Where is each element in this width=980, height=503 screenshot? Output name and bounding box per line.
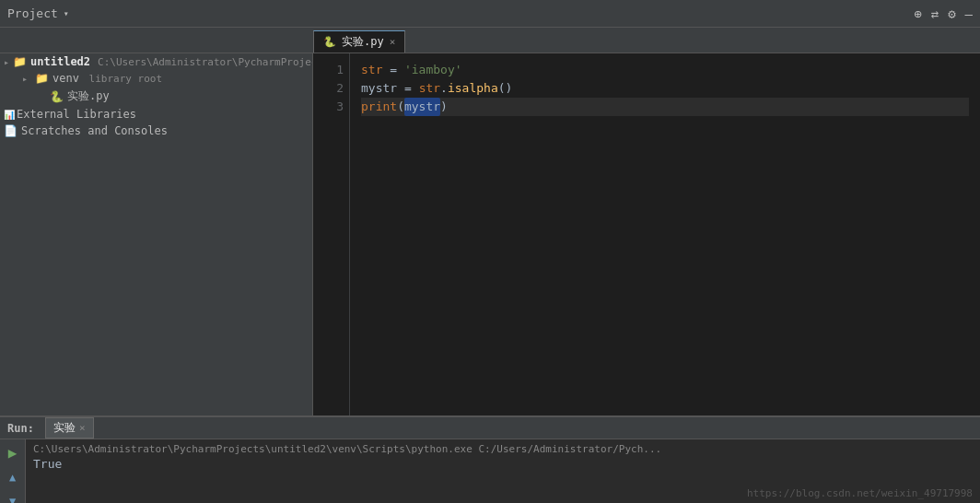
project-sidebar: ▸ 📁 untitled2 C:\Users\Administrator\Pyc… (0, 53, 313, 415)
project-path-label: C:\Users\Administrator\PycharmProjects\u… (98, 56, 313, 68)
code-token: mystr (361, 79, 397, 98)
title-bar-left: Project ▾ (7, 6, 69, 20)
output-path-line: C:\Users\Administrator\PycharmProjects\u… (33, 443, 973, 455)
run-label: Run: (7, 422, 34, 435)
expand-arrow-icon: ▸ (4, 57, 9, 67)
run-tab-close-icon[interactable]: × (79, 422, 86, 434)
line-numbers: 1 2 3 (313, 53, 350, 415)
ext-lib-icon: 📊 (4, 110, 13, 120)
scratches-label: Scratches and Consoles (21, 124, 168, 137)
code-token: ) (440, 98, 448, 116)
code-line-3: print(mystr) (361, 98, 969, 116)
line-number-3: 3 (313, 98, 344, 116)
venv-folder-icon: 📁 (35, 72, 49, 85)
shiyan-label: 实验.py (67, 88, 110, 104)
venv-expand-icon: ▸ (22, 74, 31, 84)
tab-close-icon[interactable]: × (390, 36, 396, 48)
code-token: str (361, 61, 382, 79)
add-icon[interactable]: ⊕ (914, 6, 921, 21)
run-tab-label: 实验 (53, 420, 76, 436)
code-token: () (498, 79, 513, 98)
code-token: ( (397, 98, 404, 116)
swap-icon[interactable]: ⇄ (931, 6, 939, 21)
code-token: isalpha (448, 79, 498, 98)
run-button[interactable]: ▶ (3, 443, 23, 463)
title-bar-icons: ⊕ ⇄ ⚙ — (914, 6, 973, 21)
venv-label: venv (52, 72, 79, 85)
project-name-label: untitled2 (30, 55, 90, 68)
sidebar-item-shiyan-py[interactable]: 🐍 实验.py (0, 87, 312, 106)
code-token: = (382, 61, 403, 79)
code-token: 'iamboy' (404, 61, 462, 79)
output-result-line: True (33, 457, 973, 471)
line-number-1: 1 (313, 61, 344, 79)
code-content[interactable]: str = 'iamboy' mystr = str.isalpha() pri… (350, 53, 980, 415)
watermark: https://blog.csdn.net/weixin_49717998 (747, 487, 973, 499)
scratches-icon: 📄 (4, 124, 18, 137)
project-label[interactable]: Project (7, 6, 58, 20)
code-line-2: mystr = str.isalpha() (361, 79, 969, 98)
scroll-up-button[interactable]: ▲ (3, 467, 23, 487)
title-bar: Project ▾ ⊕ ⇄ ⚙ — (0, 0, 980, 28)
sidebar-item-external-libraries[interactable]: 📊 External Libraries (0, 106, 312, 123)
sidebar-item-scratches[interactable]: 📄 Scratches and Consoles (0, 123, 312, 139)
bottom-tab-bar: Run: 实验 × (0, 417, 980, 439)
sidebar-item-untitled2[interactable]: ▸ 📁 untitled2 C:\Users\Administrator\Pyc… (0, 53, 312, 70)
editor-content[interactable]: 1 2 3 str = 'iamboy' mystr = str.isalpha… (313, 53, 980, 415)
code-token: . (440, 79, 448, 98)
project-dropdown-icon[interactable]: ▾ (64, 8, 69, 18)
settings-icon[interactable]: ⚙ (948, 6, 955, 21)
ext-lib-label: External Libraries (17, 108, 136, 121)
run-controls: ▶ ▲ ▼ (0, 439, 26, 503)
line-number-2: 2 (313, 79, 344, 98)
folder-icon: 📁 (13, 55, 27, 68)
tab-shiyan-py[interactable]: 🐍 实验.py × (313, 30, 405, 53)
code-token: = (397, 79, 418, 98)
tab-bar: 🐍 实验.py × (0, 28, 980, 53)
code-line-1: str = 'iamboy' (361, 61, 969, 79)
venv-suffix: library root (83, 73, 162, 85)
code-token-highlighted: mystr (404, 98, 440, 116)
python-file-icon: 🐍 (323, 36, 336, 48)
main-content: ▸ 📁 untitled2 C:\Users\Administrator\Pyc… (0, 53, 980, 415)
code-editor: 1 2 3 str = 'iamboy' mystr = str.isalpha… (313, 53, 980, 415)
tab-label: 实验.py (342, 34, 384, 50)
code-token: str (419, 79, 440, 98)
scroll-down-button[interactable]: ▼ (3, 491, 23, 503)
run-tab-shiyan[interactable]: 实验 × (45, 417, 94, 439)
sidebar-item-venv[interactable]: ▸ 📁 venv library root (0, 70, 312, 87)
code-token: print (361, 98, 397, 116)
shiyan-python-icon: 🐍 (50, 90, 64, 103)
minimize-icon[interactable]: — (965, 6, 973, 21)
